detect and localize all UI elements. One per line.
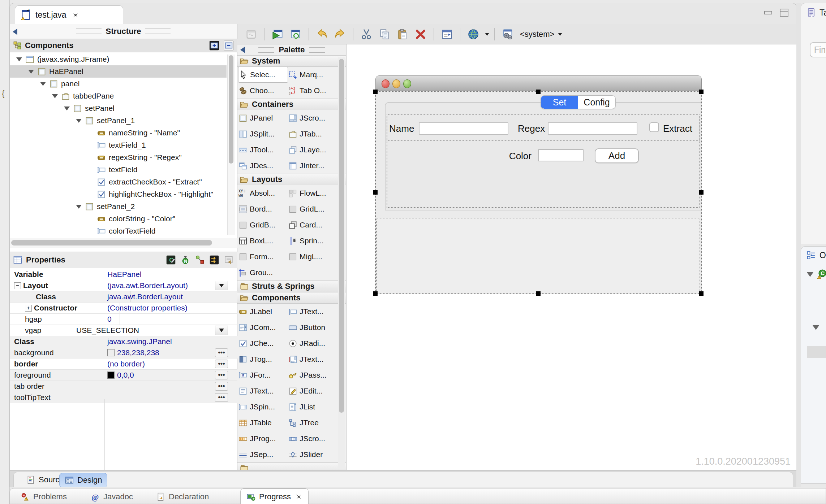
selection-handle[interactable]	[699, 291, 704, 296]
property-row[interactable]: Classjavax.swing.JPanel	[10, 336, 237, 347]
property-value[interactable]: (java.awt.BorderLayout)	[104, 280, 216, 291]
tree-item[interactable]: setPanel	[10, 102, 227, 114]
palette-item[interactable]: Form...	[238, 249, 288, 265]
selection-handle[interactable]	[373, 291, 378, 296]
property-value[interactable]: 0,0,0	[104, 370, 216, 381]
tree-item[interactable]: setPanel_2	[10, 200, 227, 213]
expander-icon[interactable]	[40, 82, 46, 86]
scrollbar-thumb[interactable]	[229, 55, 233, 164]
palette-item[interactable]: Card...	[288, 217, 338, 233]
ellipsis-button[interactable]: •••	[215, 382, 228, 391]
property-row[interactable]: +Constructor(Constructor properties)	[10, 303, 237, 314]
chevron-down-icon[interactable]	[485, 33, 489, 36]
restore-defaults-icon[interactable]	[223, 255, 235, 265]
ellipsis-button[interactable]: •••	[215, 360, 228, 368]
palette-item[interactable]: GridL...	[288, 201, 338, 217]
property-row[interactable]: border(no border)•••	[10, 359, 237, 370]
refresh-button[interactable]	[288, 26, 304, 42]
palette-item[interactable]: JScro...	[288, 110, 338, 126]
palette-item[interactable]: GridB...	[238, 217, 288, 233]
window-close-light[interactable]	[382, 79, 390, 88]
palette-item[interactable]: XYWHAbsol...	[238, 185, 288, 201]
palette-item[interactable]: 123Tab O...	[288, 83, 338, 99]
property-value[interactable]: 0	[104, 314, 216, 325]
selection-handle[interactable]	[373, 190, 378, 195]
outline-tree-item[interactable]: C	[807, 269, 826, 280]
show-advanced-icon[interactable]	[208, 255, 220, 265]
palette-item[interactable]: JLaye...	[288, 142, 338, 158]
reparse-button[interactable]	[270, 26, 285, 42]
view-tab-problems[interactable]: Problems	[21, 491, 67, 503]
collapse-left-icon[interactable]	[13, 29, 17, 35]
ellipsis-button[interactable]: •••	[215, 348, 228, 357]
property-value[interactable]: USE_SELECTION	[73, 325, 216, 336]
drag-grip[interactable]	[76, 29, 102, 34]
selection-handle[interactable]	[373, 90, 378, 94]
paste-button[interactable]	[395, 26, 410, 42]
palette-item[interactable]: JEdit...	[288, 383, 338, 399]
expander-icon[interactable]	[807, 272, 813, 277]
property-value[interactable]: (no border)	[104, 359, 216, 369]
undo-button[interactable]	[314, 26, 330, 42]
palette-item[interactable]: JTable	[238, 415, 288, 431]
palette-section-header[interactable]	[237, 462, 346, 470]
palette-item[interactable]: Grou...	[238, 265, 288, 281]
property-row[interactable]: vgapUSE_SELECTION	[10, 325, 237, 336]
ellipsis-button[interactable]: •••	[215, 371, 228, 379]
palette-item[interactable]: JTab...	[288, 126, 338, 142]
tree-item[interactable]: colorString - "Color"	[10, 213, 227, 225]
palette-item[interactable]: JCom...	[238, 320, 288, 335]
palette-item[interactable]: JText...	[288, 304, 338, 320]
selection-handle[interactable]	[699, 190, 704, 195]
add-button[interactable]: Add	[595, 148, 639, 163]
palette-item[interactable]: JInter...	[288, 158, 338, 174]
palette-item[interactable]: Sprin...	[288, 233, 338, 249]
tab-set[interactable]: Set	[541, 96, 578, 109]
panel-divider[interactable]	[796, 3, 801, 487]
palette-item[interactable]: JPanel	[238, 110, 288, 126]
view-tab-progress[interactable]: Progress	[240, 488, 309, 504]
palette-item[interactable]: Bord...	[238, 201, 288, 217]
property-row[interactable]: VariableHaEPanel	[10, 269, 237, 280]
property-value[interactable]: HaEPanel	[104, 269, 216, 280]
palette-item[interactable]: JChe...	[238, 335, 288, 351]
view-tab-javadoc[interactable]: @Javadoc	[91, 491, 133, 503]
tree-horizontal-scrollbar[interactable]	[10, 238, 237, 248]
palette-item[interactable]: JTree	[288, 415, 338, 431]
view-tab-declaration[interactable]: Declaration	[156, 491, 209, 503]
property-row[interactable]: toolTipText•••	[10, 392, 237, 403]
drag-grip[interactable]	[145, 29, 171, 34]
look-and-feel-button[interactable]	[500, 26, 516, 42]
tree-item[interactable]: colorTextField	[10, 225, 227, 237]
cut-button[interactable]	[358, 26, 374, 42]
expander-icon[interactable]	[76, 119, 82, 123]
delete-button[interactable]	[413, 26, 429, 42]
palette-section-header[interactable]: Struts & Springs	[237, 281, 346, 292]
property-value[interactable]: javax.swing.JPanel	[104, 336, 216, 347]
property-row[interactable]: Classjava.awt.BorderLayout	[10, 291, 237, 303]
palette-item[interactable]: JButton	[288, 320, 338, 335]
property-value[interactable]: 238,238,238	[104, 347, 216, 358]
palette-item[interactable]: MigL...	[288, 249, 338, 265]
tree-item[interactable]: HaEPanel	[10, 65, 227, 78]
palette-item[interactable]: JSep...	[238, 447, 288, 462]
palette-item[interactable]: JPass...	[288, 367, 338, 383]
palette-scrollbar[interactable]	[338, 57, 345, 469]
minimize-icon[interactable]	[763, 8, 774, 17]
test-dialog-button[interactable]	[243, 26, 259, 42]
property-value[interactable]	[104, 392, 216, 403]
maximize-icon[interactable]	[779, 8, 790, 17]
expander-icon[interactable]	[52, 94, 58, 98]
palette-item[interactable]: JSlider	[288, 447, 338, 462]
collapse-all-icon[interactable]	[223, 40, 235, 51]
dropdown-button[interactable]	[215, 281, 228, 290]
find-field[interactable]: Fin	[810, 42, 826, 57]
regex-input[interactable]	[548, 122, 637, 135]
tree-item[interactable]: textField	[10, 164, 227, 176]
copy-button[interactable]	[377, 26, 392, 42]
tree-item[interactable]: extractCheckBox - "Extract"	[10, 176, 227, 188]
tree-item[interactable]: (javax.swing.JFrame)	[10, 53, 227, 65]
color-input[interactable]	[538, 149, 584, 161]
tree-item[interactable]: panel	[10, 78, 227, 90]
palette-item[interactable]: JProg...	[238, 431, 288, 447]
